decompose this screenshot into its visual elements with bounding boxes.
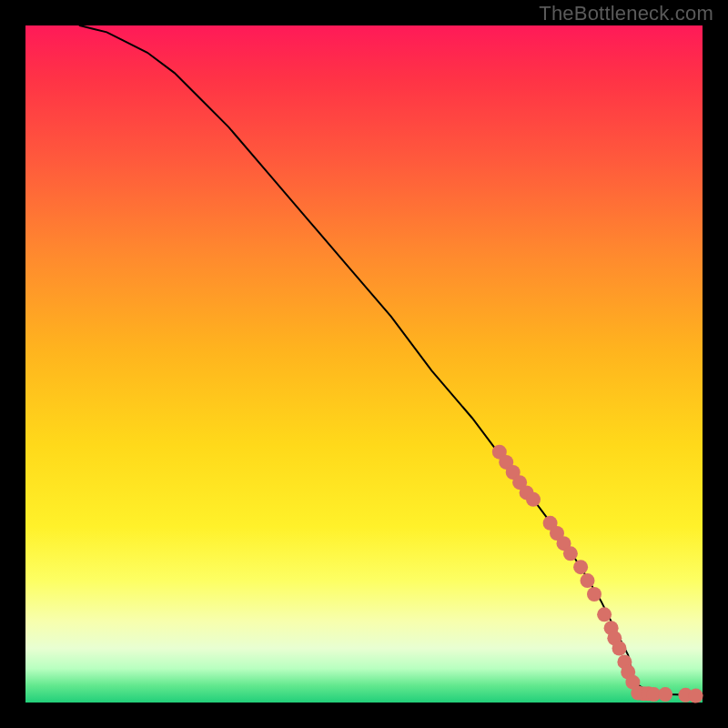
data-marker <box>526 492 541 507</box>
watermark-label: TheBottleneck.com <box>539 2 713 25</box>
marker-group <box>492 445 703 703</box>
plot-area <box>25 25 703 703</box>
data-marker <box>658 687 672 702</box>
data-marker <box>573 560 588 574</box>
data-marker <box>563 546 578 561</box>
chart-frame: TheBottleneck.com <box>0 0 728 728</box>
chart-svg <box>25 25 703 703</box>
data-marker <box>581 573 595 588</box>
data-marker <box>587 587 602 602</box>
data-marker <box>689 689 703 703</box>
curve-line <box>80 25 703 696</box>
data-marker <box>597 607 612 622</box>
data-marker <box>612 642 627 656</box>
